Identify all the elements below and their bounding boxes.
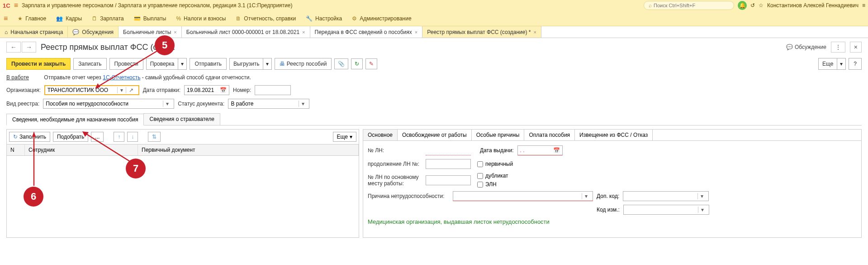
menu-nalogi[interactable]: %Налоги и взносы xyxy=(176,15,226,22)
reason-label: Причина нетрудоспособности: xyxy=(368,193,449,199)
save-close-button[interactable]: Провести и закрыть xyxy=(6,58,71,70)
app-title: Зарплата и управление персоналом / Зарпл… xyxy=(22,2,293,9)
chevron-down-icon[interactable]: ▾ xyxy=(163,101,171,107)
chevron-down-icon[interactable]: ▾ xyxy=(697,193,706,199)
ln-num-input[interactable] xyxy=(426,145,471,155)
menu-nastroika[interactable]: 🔧Настройка xyxy=(306,15,342,22)
bell-icon[interactable]: 🔔 xyxy=(738,1,747,10)
org-label: Организация: xyxy=(6,87,41,93)
chk-primary[interactable]: первичный xyxy=(477,161,513,167)
chk-duplicate[interactable]: дубликат xyxy=(477,173,508,179)
refresh-button[interactable]: ↻ xyxy=(351,58,363,69)
svg-line-4 xyxy=(85,133,131,162)
close-icon[interactable]: × xyxy=(302,29,305,35)
tab-sicklist-doc[interactable]: Больничный лист 0000-000001 от 18.08.202… xyxy=(182,26,310,38)
number-input[interactable] xyxy=(255,85,291,95)
addcode-label: Доп. код: xyxy=(597,193,619,199)
grid-header: N Сотрудник Первичный документ xyxy=(7,145,359,156)
menu-admin[interactable]: ⚙Администрирование xyxy=(352,15,411,22)
forward-button[interactable]: → xyxy=(22,42,36,53)
ln-main-label: № ЛН по основному месту работы: xyxy=(368,174,422,187)
detail-tabs: Основное Освобождение от работы Особые п… xyxy=(363,130,861,141)
registry-button[interactable]: 🖶 Реестр пособий xyxy=(275,58,332,70)
calendar-icon[interactable]: 📅 xyxy=(220,87,227,93)
cont-input[interactable] xyxy=(426,159,471,169)
username[interactable]: Константинов Алексей Геннадиевич xyxy=(767,2,859,9)
discussion-link[interactable]: 💬Обсуждение xyxy=(786,44,826,50)
tab-discussions[interactable]: 💬Обсуждения xyxy=(68,26,119,38)
callout-6: 6 xyxy=(24,187,43,207)
col-document[interactable]: Первичный документ xyxy=(138,145,359,155)
kebab-menu[interactable]: ⋮ xyxy=(831,42,845,53)
close-form[interactable]: × xyxy=(850,42,862,53)
export-button[interactable]: Выгрузить▾ xyxy=(229,58,272,70)
detail-tab-leave[interactable]: Освобождение от работы xyxy=(398,130,472,140)
clear-button[interactable]: ✎ xyxy=(365,58,377,69)
chat-icon: 💬 xyxy=(72,29,79,35)
list-more-button[interactable]: Еще ▾ xyxy=(333,132,356,142)
back-button[interactable]: ← xyxy=(6,42,21,53)
send-button[interactable]: Отправить xyxy=(190,58,227,70)
doc-status-input[interactable] xyxy=(231,101,299,107)
chevron-down-icon[interactable]: ▾ xyxy=(582,193,590,199)
col-n[interactable]: N xyxy=(7,145,25,155)
reason-field[interactable]: ▾ xyxy=(453,191,593,201)
employee-list-panel: ↻Заполнить Подобрать ... ↑ ↓ ⇅ Еще ▾ N С… xyxy=(6,129,359,238)
sub-tab-benefit-info[interactable]: Сведения, необходимые для назначения пос… xyxy=(6,114,144,125)
grid-body[interactable] xyxy=(7,156,359,237)
sort-button[interactable]: ⇅ xyxy=(148,132,161,142)
tab-sicklists[interactable]: Больничные листы× xyxy=(119,26,182,38)
chevron-down-icon[interactable]: ▾ xyxy=(837,58,845,69)
close-icon[interactable]: × xyxy=(533,29,536,35)
menu-toggle-icon[interactable]: ≡ xyxy=(4,14,8,23)
send-date-field[interactable]: 19.08.2021 📅 xyxy=(184,85,229,95)
menu-main[interactable]: ★Главное xyxy=(18,15,46,22)
detail-tab-special[interactable]: Особые причины xyxy=(472,130,525,140)
history-icon[interactable]: ↺ xyxy=(750,2,755,9)
addcode-field[interactable]: ▾ xyxy=(623,191,709,201)
more-button[interactable]: Еще▾ xyxy=(818,58,846,70)
burger-icon[interactable]: ≡ xyxy=(14,1,18,10)
type-input[interactable] xyxy=(46,101,163,107)
form-row-type: Вид реестра: ▾ Статус документа: ▾ xyxy=(0,97,868,111)
tab-fss-registry[interactable]: Реестр прямых выплат ФСС (создание) *× xyxy=(422,26,541,38)
close-icon[interactable]: × xyxy=(174,29,176,35)
chevron-down-icon[interactable]: ▾ xyxy=(263,58,271,69)
calendar-icon[interactable]: 📅 xyxy=(553,147,560,154)
svg-marker-5 xyxy=(82,131,89,137)
close-icon[interactable]: × xyxy=(415,29,417,35)
tab-home[interactable]: ⌂Начальная страница xyxy=(0,26,68,38)
menu-otchet[interactable]: 🗎Отчетность, справки xyxy=(236,15,296,22)
ln-main-input[interactable] xyxy=(426,175,471,185)
fill-button[interactable]: ↻Заполнить xyxy=(9,132,50,142)
doc-status-field[interactable]: ▾ xyxy=(228,99,309,109)
attach-button[interactable]: 📎 xyxy=(334,58,348,69)
search-input[interactable] xyxy=(654,3,729,8)
type-label: Вид реестра: xyxy=(6,101,39,107)
detail-tab-payment[interactable]: Оплата пособия xyxy=(524,130,575,140)
tab-fss-transfer[interactable]: Передача в ФСС сведений о пособиях× xyxy=(310,26,423,38)
issue-date-field[interactable]: . . 📅 xyxy=(517,145,563,155)
sub-tab-insurer-info[interactable]: Сведения о страхователе xyxy=(143,113,220,125)
status-link[interactable]: В работе xyxy=(6,74,29,81)
detail-tab-main[interactable]: Основное xyxy=(363,130,398,140)
logo-1c: 1C xyxy=(3,2,10,9)
help-button[interactable]: ? xyxy=(849,58,862,70)
nav-tabs: ⌂Начальная страница 💬Обсуждения Больничн… xyxy=(0,26,868,38)
search-input-container[interactable]: ⌕ xyxy=(644,1,734,10)
print-icon: 🖶 xyxy=(280,61,285,67)
detail-tab-fss-notice[interactable]: Извещение из ФСС / Отказ xyxy=(575,130,653,140)
chevron-down-icon[interactable]: ▾ xyxy=(698,207,707,213)
star-icon[interactable]: ☆ xyxy=(759,2,764,9)
callout-7: 7 xyxy=(126,159,146,178)
main-menu: ≡ ★Главное 👥Кадры 🗒Зарплата 💳Выплаты %На… xyxy=(0,11,868,26)
overflow-icon[interactable]: ≡ xyxy=(862,2,865,9)
menu-zarplata[interactable]: 🗒Зарплата xyxy=(92,15,124,22)
menu-vyplaty[interactable]: 💳Выплаты xyxy=(134,15,166,22)
menu-kadry[interactable]: 👥Кадры xyxy=(56,15,82,22)
chevron-down-icon[interactable]: ▾ xyxy=(178,58,186,69)
changecode-field[interactable]: ▾ xyxy=(623,205,709,215)
type-field[interactable]: ▾ xyxy=(43,99,174,109)
chevron-down-icon[interactable]: ▾ xyxy=(299,101,307,107)
chk-eln[interactable]: ЭЛН xyxy=(477,181,508,188)
